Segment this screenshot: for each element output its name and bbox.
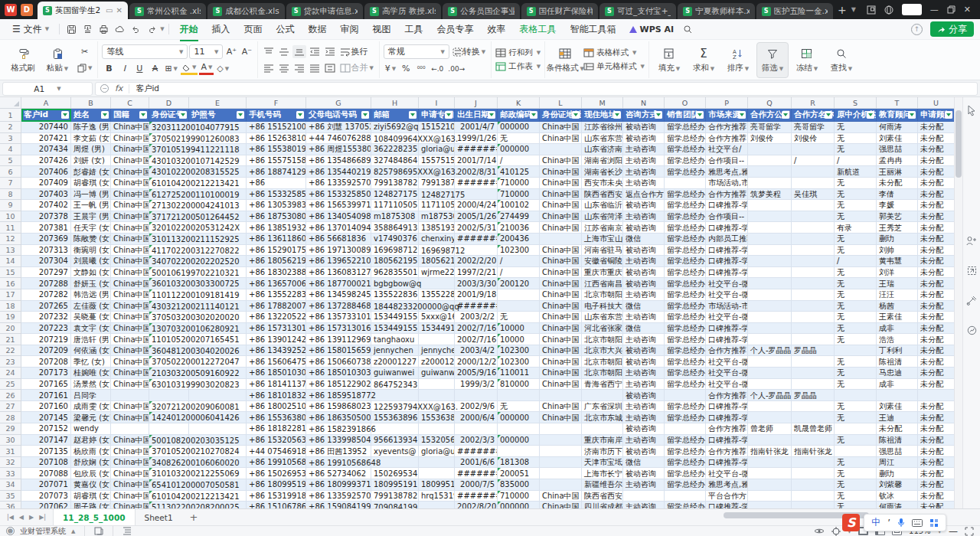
document-tab[interactable]: S公务员国企事业单	[443, 3, 519, 19]
cell[interactable]: 207426	[21, 155, 71, 167]
cell[interactable]: 2005/1/26	[455, 211, 498, 223]
cell[interactable]: 2002/7/16	[455, 323, 498, 335]
cell[interactable]: 梁馨元 (女)	[71, 412, 111, 423]
column-header-O[interactable]: O	[665, 97, 706, 109]
cell[interactable]: 654101200007050581	[149, 479, 189, 491]
cell[interactable]	[665, 390, 706, 401]
cell[interactable]: 未分配	[918, 491, 955, 502]
cell[interactable]: wjrme221@	[419, 267, 455, 279]
cell[interactable]	[111, 423, 149, 435]
cell[interactable]: 630103199903020823	[149, 379, 189, 391]
cell[interactable]: 主动咨询	[623, 412, 665, 423]
cell[interactable]: 王丽淋	[877, 166, 918, 178]
cell[interactable]: 王秀芝	[877, 222, 918, 234]
cell[interactable]: 湖南省浏阳	[582, 155, 623, 167]
cell[interactable]: +86 134392525	[247, 345, 306, 357]
cell[interactable]: 207381	[21, 222, 71, 234]
align-bottom-icon[interactable]	[292, 45, 306, 58]
percent-button[interactable]: %	[399, 62, 413, 75]
cell[interactable]: 未分配	[918, 289, 955, 301]
cell[interactable]: 835000	[498, 479, 540, 491]
cell[interactable]: China中国	[111, 189, 149, 201]
cell[interactable]: 无	[835, 312, 877, 323]
cell[interactable]	[419, 334, 455, 345]
cell[interactable]	[748, 278, 792, 289]
row-number[interactable]: 31	[0, 446, 21, 457]
cell[interactable]: +86 153199186	[247, 491, 306, 502]
cell[interactable]: 留学总经办	[665, 401, 706, 413]
cell[interactable]: 153449155	[371, 312, 419, 323]
cell[interactable]: 口碑推荐-学生	[706, 334, 748, 345]
cell[interactable]: 未分配	[918, 234, 955, 245]
cell[interactable]: China中国	[111, 457, 149, 469]
cell[interactable]: 122593794XXX@163.	[371, 401, 419, 413]
cell[interactable]	[792, 301, 835, 312]
cell[interactable]: 留学总经办	[665, 189, 706, 201]
cell[interactable]	[665, 491, 706, 502]
sogou-logo-icon[interactable]: S	[842, 514, 860, 531]
cell[interactable]: 市场活动,市场	[706, 178, 748, 189]
upgrade-icon[interactable]: ↑	[911, 24, 923, 35]
ime-punctuation[interactable]: ’	[887, 518, 890, 528]
filter-dropdown-icon[interactable]	[361, 111, 369, 119]
cell[interactable]: +86	[247, 178, 306, 189]
cell[interactable]: 刘俊伶	[792, 133, 835, 145]
cell[interactable]	[419, 423, 455, 435]
cell[interactable]	[792, 256, 835, 267]
cell[interactable]: 新航道	[835, 166, 877, 178]
cell[interactable]	[419, 468, 455, 479]
cell[interactable]: 2000/4/24	[455, 200, 498, 211]
cell[interactable]: 610104200212213421	[149, 178, 189, 189]
cell[interactable]: /	[498, 256, 540, 267]
cell[interactable]: China中国	[540, 401, 582, 413]
cell[interactable]: China中国	[111, 267, 149, 279]
cell[interactable]: 社交平台-微信	[706, 468, 748, 479]
cell[interactable]: 100102	[498, 200, 540, 211]
cell[interactable]: 430321200211140121	[149, 301, 189, 312]
cell[interactable]: 102300	[498, 245, 540, 257]
cell[interactable]: 117110505	[419, 200, 455, 211]
filter-dropdown-icon[interactable]	[61, 111, 69, 119]
cell[interactable]: 无	[498, 312, 540, 323]
document-tab[interactable]: S国任财产保险样本.x	[521, 3, 598, 19]
borders-button[interactable]: ⊞▼	[163, 62, 179, 75]
cell[interactable]	[665, 423, 706, 435]
column-header-A[interactable]: A	[21, 97, 71, 109]
cell[interactable]: 无	[835, 133, 877, 145]
cloud-sync-icon[interactable]	[113, 22, 127, 36]
cell[interactable]: 山东省菏泽	[582, 211, 623, 223]
cell[interactable]: 无	[835, 323, 877, 335]
cell[interactable]	[792, 412, 835, 423]
menu-tab-审阅[interactable]: 审阅	[334, 21, 366, 38]
cell[interactable]: 个人-罗晶晶	[748, 390, 792, 401]
cell[interactable]: 刘紫馨	[877, 479, 918, 491]
cell[interactable]: 留学总经办	[665, 267, 706, 279]
cell[interactable]: 上海市长宁	[582, 468, 623, 479]
cell[interactable]: 郭美艺	[877, 211, 918, 223]
cell[interactable]: 未分配	[918, 368, 955, 379]
format-painter-button[interactable]: 格式刷	[7, 42, 39, 78]
convert-button[interactable]: 转换▼	[451, 45, 487, 58]
row-number[interactable]: 15	[0, 267, 21, 279]
cell[interactable]: 102300	[498, 345, 540, 357]
document-tab[interactable]: S医护五险一金.xlsx	[756, 3, 833, 19]
cell[interactable]	[792, 401, 835, 413]
filter-dropdown-icon[interactable]	[409, 111, 416, 119]
cell[interactable]: 无	[835, 502, 877, 508]
cell[interactable]: ########	[455, 468, 498, 479]
cell[interactable]: China中国	[111, 379, 149, 391]
cell[interactable]: 117110505	[371, 200, 419, 211]
cell[interactable]: China中国	[540, 334, 582, 345]
cell[interactable]	[540, 446, 582, 457]
cell[interactable]: +86 181018327	[247, 390, 306, 401]
cell[interactable]: 无	[835, 189, 877, 201]
cell[interactable]: 169698712	[419, 245, 455, 257]
cell[interactable]: +86 1370140948	[306, 222, 371, 234]
cell[interactable]: 山东省济南	[582, 144, 623, 155]
number-format-select[interactable]: 常规▼	[384, 44, 449, 59]
cell[interactable]: 799138782	[419, 178, 455, 189]
cell[interactable]: 刘帅	[877, 245, 918, 257]
cell[interactable]: 500108200203035125	[149, 435, 189, 446]
cell[interactable]: m1875308	[419, 211, 455, 223]
worksheet-button[interactable]: 工作表▼	[495, 61, 541, 72]
